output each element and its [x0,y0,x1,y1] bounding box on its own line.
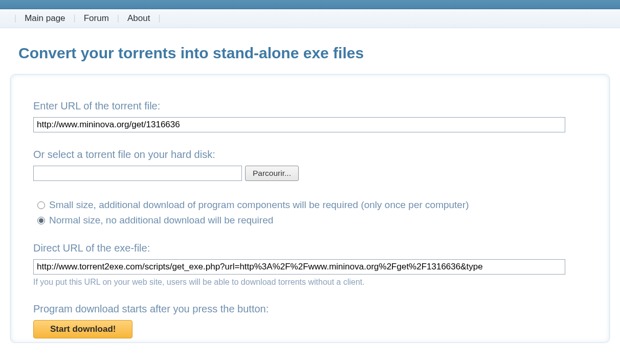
size-label-normal: Normal size, no additional download will… [49,215,273,226]
nav-divider: | [74,14,76,23]
direct-url-input[interactable] [33,259,565,275]
torrent-file-path-input[interactable] [33,166,242,181]
size-radio-normal[interactable] [37,217,45,224]
nav-about[interactable]: About [123,12,154,25]
url-section: Enter URL of the torrent file: [33,100,587,132]
start-download-button[interactable]: Start download! [33,320,132,338]
file-field-label: Or select a torrent file on your hard di… [33,149,587,161]
file-section: Or select a torrent file on your hard di… [33,149,587,181]
direct-url-section: Direct URL of the exe-file: If you put t… [33,242,587,287]
nav-divider: | [158,14,160,23]
top-banner-bar [0,0,620,9]
size-radio-small[interactable] [37,201,45,209]
size-option-normal-row: Normal size, no additional download will… [33,213,587,228]
start-section: Program download starts after you press … [33,303,587,338]
browse-button[interactable]: Parcourir... [245,166,299,181]
file-picker-row: Parcourir... [33,166,587,181]
direct-url-label: Direct URL of the exe-file: [33,242,587,254]
size-label-small: Small size, additional download of progr… [49,199,469,211]
url-field-label: Enter URL of the torrent file: [33,100,587,112]
direct-url-note: If you put this URL on your web site, us… [33,278,587,287]
main-nav: | Main page | Forum | About | [0,9,620,28]
form-panel: Enter URL of the torrent file: Or select… [10,74,610,343]
torrent-url-input[interactable] [33,117,565,132]
size-option-section: Small size, additional download of progr… [33,197,587,228]
nav-main-page[interactable]: Main page [20,12,69,25]
start-label: Program download starts after you press … [33,303,587,315]
nav-divider: | [117,14,119,23]
size-option-small-row: Small size, additional download of progr… [33,197,587,213]
nav-divider: | [14,14,16,23]
page-title: Convert your torrents into stand-alone e… [18,44,620,62]
nav-forum[interactable]: Forum [80,12,113,25]
